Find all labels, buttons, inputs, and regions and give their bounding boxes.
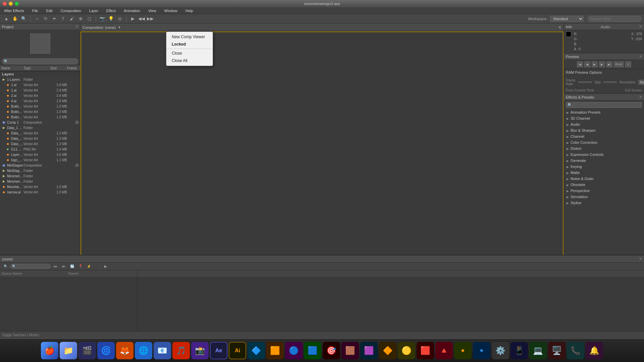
effect-item[interactable]: ▶Simulation [564,194,644,200]
dock-icon5[interactable]: 🎵 [172,342,190,359]
project-item[interactable]: ◆Data_1.aiVector Art1.3 MB [0,136,80,141]
comp-close-btn[interactable]: ✕ [558,25,561,30]
tl-btn3[interactable]: 🔄 [68,263,76,270]
menu-animation[interactable]: Animation [122,9,142,13]
effect-item[interactable]: ▶3D Channel [564,115,644,121]
effect-item[interactable]: ▶Expression Controls [564,152,644,158]
search-help-input[interactable] [588,16,641,22]
play-btn[interactable]: ▶ [129,15,137,22]
project-item[interactable]: ◆narrow.aiVector Art1.0 MB [0,189,80,195]
dock-finder[interactable]: 🍎 [41,342,58,359]
maximize-window-btn[interactable] [15,2,19,6]
dock-icon25[interactable]: 🔔 [586,342,603,359]
play-pause-btn[interactable]: ▶ [592,61,598,67]
dock-icon12[interactable]: 🟫 [341,342,359,359]
tl-btn6[interactable]: ⬛ [94,263,101,270]
dock-icon14[interactable]: 🔶 [379,342,396,359]
skip-to-start-btn[interactable]: |◀ [577,61,583,67]
menu-view[interactable]: View [147,9,158,13]
preview-panel-close[interactable]: ✕ [639,54,642,59]
dock-ae-icon[interactable]: Ae [210,342,227,359]
project-item[interactable]: ◆Data_1.aiVector Art1.3 MB [0,130,80,136]
skip-value[interactable] [603,81,617,83]
dock-icon22[interactable]: 💻 [529,342,547,359]
project-item[interactable]: ◆2.aiVector Art3.4 MB [0,93,80,98]
frame-rate-value[interactable] [578,81,592,83]
select-tool[interactable]: ▲ [3,15,10,22]
dock-icon13[interactable]: 🟪 [360,342,378,359]
dock-finder2[interactable]: 📁 [60,342,77,359]
timeline-panel-close[interactable]: ✕ [639,257,642,261]
project-item[interactable]: ◆4.aiVector Art2.8 MB [0,98,80,104]
effect-item[interactable]: ▶Matte [564,170,644,176]
project-panel-close[interactable]: ✕ [75,24,78,29]
dock-icon17[interactable]: 🔺 [435,342,453,359]
skip-to-end-btn[interactable]: ▶| [606,61,612,67]
menu-help[interactable]: Help [184,9,195,13]
dock-icon4[interactable]: 📧 [154,342,171,359]
camera-tool[interactable]: 📷 [99,15,106,22]
menu-window[interactable]: Window [163,9,179,13]
resolution-value[interactable]: Auto [638,80,644,85]
dock-icon18[interactable]: 🔸 [454,342,472,359]
info-audio-tab[interactable]: Audio [601,25,610,29]
tl-btn4[interactable]: 📍 [77,263,84,270]
menu-edit[interactable]: Edit [45,9,54,13]
ctx-new-comp-viewer[interactable]: New Comp Viewer [166,33,213,41]
dock-icon11[interactable]: 🎯 [323,342,340,359]
project-item[interactable]: ◆Data_2.aiVector Art1.3 MB [0,141,80,146]
dock-icon2[interactable]: 🦊 [116,342,133,359]
toggle-switches-label[interactable]: Toggle Switches / Modes [2,333,39,337]
menu-after-effects[interactable]: After Effects [3,9,25,13]
project-item[interactable]: ◆Buttonyellow.aiVector Art1.0 MB [0,114,80,120]
tl-btn5[interactable]: ⚡ [85,263,93,270]
full-screen-label[interactable]: Full Screen [625,88,642,92]
menu-layer[interactable]: Layer [88,9,100,13]
minimize-window-btn[interactable] [9,2,13,6]
project-item[interactable]: ◆1.aiVector Art2.8 MB [0,87,80,93]
dock-icon15[interactable]: 🟡 [398,342,415,359]
effect-item[interactable]: ▶Obsolete [564,182,644,188]
effect-item[interactable]: ▶Distort [564,145,644,152]
project-item[interactable]: ◆Layer 12/2.aiVector Art3.6 MB [0,152,80,157]
effect-item[interactable]: ▶Noise & Grain [564,176,644,182]
ctx-close-all[interactable]: Close All [166,57,213,64]
move-tool[interactable]: ↔ [33,15,41,22]
menu-file[interactable]: File [31,9,40,13]
loop-btn[interactable]: ↺ [625,61,631,67]
effect-item[interactable]: ▶Audio [564,121,644,127]
ctx-close[interactable]: Close [166,50,213,57]
dock-icon16[interactable]: 🟥 [417,342,434,359]
pen-tool[interactable]: ✒ [51,15,58,22]
workspace-selector[interactable]: Standard [550,16,584,22]
project-item[interactable]: ◆1.aiVector Art2.8 MB [0,82,80,87]
effect-item[interactable]: ▶Keying [564,164,644,170]
dock-icon21[interactable]: 📱 [511,342,528,359]
text-tool[interactable]: T [59,15,67,22]
dock-icon23[interactable]: 🖥️ [548,342,566,359]
hand-tool[interactable]: ✋ [11,15,19,22]
project-item[interactable]: ◆Buttontext.aiVector Art1.0 MB [0,109,80,114]
tl-btn1[interactable]: ⏮ [52,263,59,270]
close-window-btn[interactable] [3,2,7,6]
dock-icon1[interactable]: 🌀 [97,342,115,359]
dock-ai-icon[interactable]: Ai [229,342,246,359]
next-frame-btn[interactable]: ▶▶ [147,15,154,22]
zoom-tool[interactable]: 🔍 [20,15,28,22]
ram-preview-btn[interactable]: RAM [614,61,624,67]
project-item[interactable]: ▶MelStages LayersFolder [0,168,80,173]
effect-item[interactable]: ▶Stylize [564,200,644,206]
effect-item[interactable]: ▶Blur & Sharpen [564,127,644,133]
rotate-tool[interactable]: ↻ [42,15,49,22]
comp-dropdown-btn[interactable]: ▼ [118,25,121,29]
dock-icon19[interactable]: 🔹 [473,342,490,359]
effects-search-input[interactable] [566,102,642,108]
project-item[interactable]: ▣MelStagesComposition25 [0,163,80,168]
project-item[interactable]: ◆logo_M.aiVector Art1.1 MB [0,157,80,163]
dock-icon8[interactable]: 🟧 [266,342,284,359]
info-panel-close[interactable]: ✕ [639,24,642,29]
dock-icon3[interactable]: 🌐 [135,342,152,359]
next-frame-btn-next[interactable]: ▶ [599,61,605,67]
tl-btn7[interactable]: ▶ [102,263,109,270]
dock-icon24[interactable]: 📞 [567,342,584,359]
